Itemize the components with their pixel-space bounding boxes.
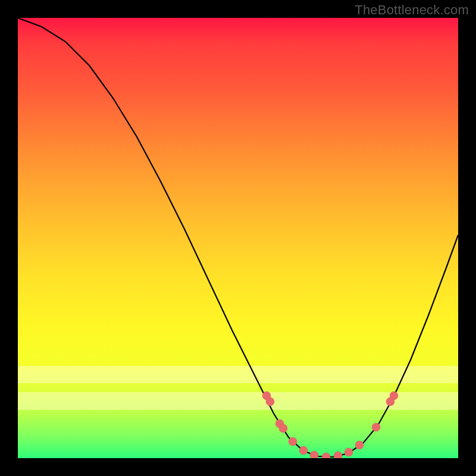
data-point: [299, 446, 308, 455]
data-point: [345, 448, 353, 456]
data-point: [310, 451, 318, 458]
highlight-band: [18, 366, 458, 384]
chart-frame: TheBottleneck.com: [0, 0, 476, 476]
data-point: [355, 441, 364, 449]
highlight-band: [18, 392, 458, 410]
data-point: [322, 453, 330, 458]
watermark-text: TheBottleneck.com: [355, 2, 469, 18]
data-point: [334, 452, 342, 458]
data-point: [279, 424, 287, 433]
data-point: [289, 437, 297, 446]
chart-plot-area: [18, 18, 458, 458]
data-point: [275, 419, 284, 428]
data-point: [372, 423, 380, 431]
